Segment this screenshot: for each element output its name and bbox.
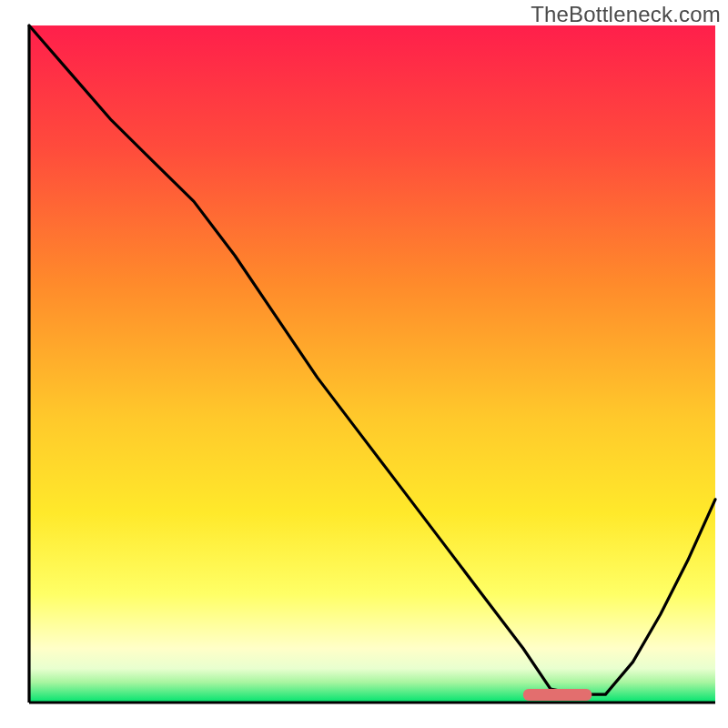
watermark-text: TheBottleneck.com (531, 2, 721, 27)
optimum-marker (523, 689, 592, 701)
plot-area (29, 25, 715, 703)
chart-container: TheBottleneck.com (0, 0, 728, 728)
chart-svg (0, 0, 728, 728)
gradient-background (29, 25, 715, 703)
